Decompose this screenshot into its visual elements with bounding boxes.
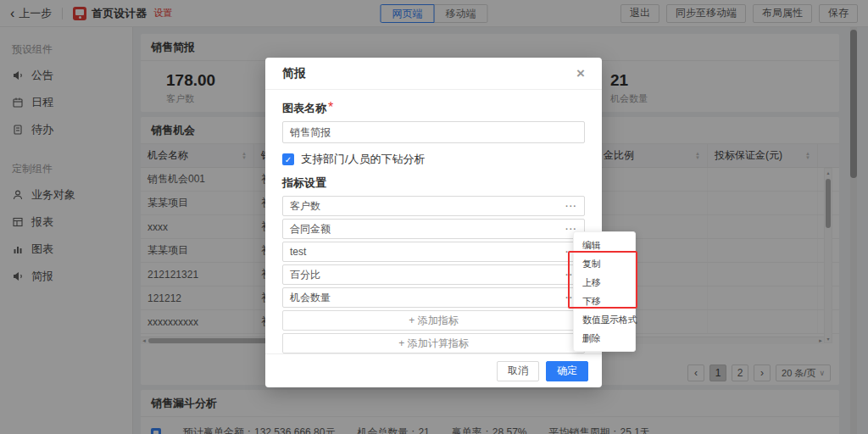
confirm-button[interactable]: 确定 (546, 361, 588, 381)
chart-name-label: 图表名称 (282, 102, 326, 114)
briefing-modal: 简报 × 图表名称* ✓ 支持部门/人员的下钻分析 指标设置 客户数 ··· 合… (265, 58, 602, 387)
menu-item-move-up[interactable]: 上移 (574, 273, 635, 292)
required-mark: * (328, 100, 333, 114)
indicator-context-menu: 编辑 复制 上移 下移 数值显示格式 删除 (573, 231, 636, 352)
drill-down-checkbox-row[interactable]: ✓ 支持部门/人员的下钻分析 (282, 152, 585, 167)
add-calc-indicator-button[interactable]: + 添加计算指标 (282, 333, 585, 353)
indicator-row[interactable]: 客户数 ··· (282, 196, 585, 216)
chart-name-input[interactable] (282, 121, 585, 143)
menu-item-copy[interactable]: 复制 (574, 254, 635, 273)
checkbox-checked-icon[interactable]: ✓ (282, 153, 294, 165)
add-indicator-button[interactable]: + 添加指标 (282, 310, 585, 331)
indicator-row[interactable]: test ··· (282, 242, 585, 262)
homepage-designer-screen: ‹ 上一步 首页设计器 设置 网页端 移动端 退出 同步至移动端 布局属性 保存… (0, 0, 868, 434)
checkbox-label: 支持部门/人员的下钻分析 (301, 152, 426, 167)
menu-item-delete[interactable]: 删除 (574, 329, 635, 348)
indicator-settings-label: 指标设置 (282, 175, 585, 191)
indicator-row[interactable]: 合同金额 ··· (282, 219, 585, 239)
menu-item-edit[interactable]: 编辑 (574, 236, 635, 254)
close-icon[interactable]: × (576, 66, 585, 81)
menu-item-move-down[interactable]: 下移 (574, 292, 635, 310)
menu-item-number-format[interactable]: 数值显示格式 (574, 310, 635, 329)
cancel-button[interactable]: 取消 (497, 361, 539, 381)
indicator-row[interactable]: 百分比 ··· (282, 264, 585, 285)
more-icon[interactable]: ··· (565, 201, 577, 211)
modal-title: 简报 (282, 66, 306, 81)
indicator-row[interactable]: 机会数量 ··· (282, 287, 585, 308)
